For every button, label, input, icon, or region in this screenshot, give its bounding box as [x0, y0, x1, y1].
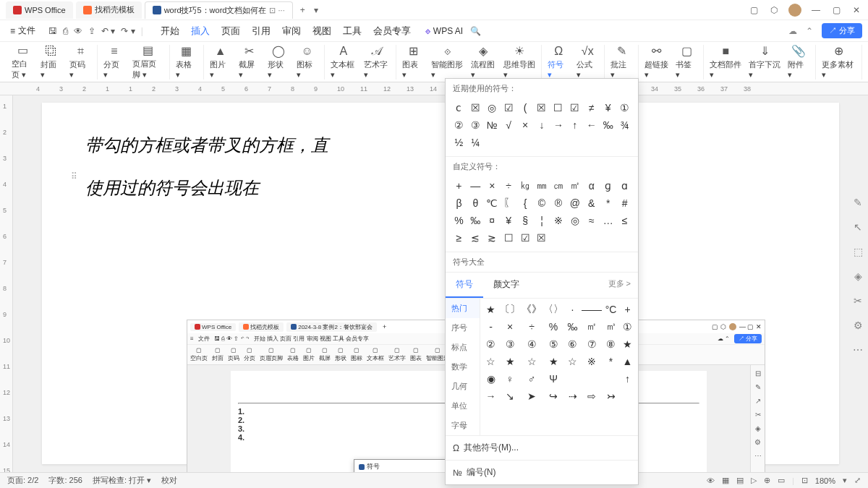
ribbon-图标[interactable]: ☺图标 ▾ [297, 45, 318, 80]
menu-tab-review[interactable]: 审阅 [282, 25, 301, 38]
status-words[interactable]: 字数: 256 [48, 475, 82, 486]
cat-symbol-cell[interactable]: ① [620, 319, 635, 335]
cat-symbol-cell[interactable]: ÷ [522, 319, 542, 335]
cat-symbol-cell[interactable]: · [565, 301, 580, 317]
numbering-menu[interactable]: №编号(N) [446, 460, 638, 484]
status-layout1-icon[interactable]: ▦ [722, 476, 729, 485]
custom-symbol-cell[interactable]: ※ [550, 213, 566, 228]
document-text[interactable]: 带勾的方框或者带叉的方框，直 乍一次后， 使用过的符号会出现在 [85, 124, 796, 209]
menu-tab-start[interactable]: 开始 [161, 25, 179, 38]
ribbon-艺术字[interactable]: 𝒜艺术字 ▾ [364, 45, 390, 80]
menu-tab-tools[interactable]: 工具 [343, 25, 362, 38]
status-play-icon[interactable]: ▷ [751, 476, 757, 485]
cat-symbol-cell[interactable]: ③ [500, 336, 520, 352]
share-button[interactable]: ↗ 分享 [822, 23, 862, 38]
cat-symbol-cell[interactable]: × [500, 319, 520, 335]
recent-symbol-cell[interactable]: √ [501, 117, 516, 133]
cat-symbol-cell[interactable]: ㎥ [603, 319, 618, 335]
cat-symbol-cell[interactable]: ② [483, 336, 498, 352]
ribbon-表格[interactable]: ▦表格 ▾ [176, 45, 197, 80]
ribbon-文档部件[interactable]: ■文档部件 ▾ [710, 45, 741, 80]
custom-symbol-cell[interactable]: β [451, 195, 467, 211]
quick-save-icon[interactable]: 🖫 [48, 26, 57, 36]
cat-symbol-cell[interactable]: ⇢ [565, 388, 580, 404]
recent-symbol-cell[interactable]: × [518, 117, 533, 133]
ruler-horizontal[interactable]: 4321123456789101112131415163435363738 [0, 82, 868, 95]
status-globe-icon[interactable]: ⊕ [764, 476, 770, 485]
custom-symbol-cell[interactable]: ≳ [485, 230, 500, 246]
rail-pen-icon[interactable]: ✎ [854, 197, 862, 208]
recent-symbol-cell[interactable]: ¼ [468, 134, 483, 150]
status-page[interactable]: 页面: 2/2 [7, 475, 38, 486]
symbol-cat-单位[interactable]: 单位 [446, 396, 480, 416]
recent-symbol-cell[interactable]: ☐ [550, 100, 566, 116]
cat-symbol-cell[interactable]: * [603, 354, 618, 369]
recent-symbol-cell[interactable]: ③ [468, 117, 483, 133]
symbol-cat-数学[interactable]: 数学 [446, 357, 480, 377]
cat-symbol-cell[interactable]: ▲ [620, 354, 635, 369]
custom-symbol-cell[interactable]: # [617, 195, 632, 211]
page-view[interactable]: ⠿ 带勾的方框或者带叉的方框，直 乍一次后， 使用过的符号会出现在 WPS Of… [13, 95, 868, 472]
ribbon-批注[interactable]: ✎批注 ▾ [610, 45, 632, 80]
recent-symbol-cell[interactable]: ↓ [535, 117, 550, 133]
custom-symbol-cell[interactable]: θ [468, 195, 483, 211]
cat-symbol-cell[interactable]: ⑦ [582, 336, 602, 352]
rail-select-icon[interactable]: ⬚ [854, 246, 863, 257]
cat-symbol-cell[interactable]: ★ [483, 301, 498, 317]
status-book-icon[interactable]: ▭ [778, 476, 785, 485]
cat-symbol-cell[interactable] [565, 406, 580, 421]
ribbon-形状[interactable]: ◯形状 ▾ [268, 45, 289, 80]
tab-dropdown[interactable]: ▾ [310, 5, 323, 15]
cat-symbol-cell[interactable]: ※ [582, 354, 602, 369]
cat-symbol-cell[interactable]: ⑤ [543, 336, 563, 352]
drag-handle-icon[interactable]: ⠿ [71, 171, 77, 181]
custom-symbol-cell[interactable]: ¥ [501, 213, 516, 228]
cat-symbol-cell[interactable]: ↪ [543, 388, 563, 404]
cat-symbol-cell[interactable]: 〈〉 [543, 301, 563, 317]
cat-symbol-cell[interactable]: ♂ [522, 371, 542, 387]
cat-symbol-cell[interactable]: + [620, 301, 635, 317]
rail-cursor-icon[interactable]: ↖ [854, 221, 862, 233]
cat-symbol-cell[interactable] [565, 371, 580, 387]
ribbon-符号[interactable]: Ω符号 ▾ [548, 45, 569, 80]
cat-symbol-cell[interactable]: ↑ [620, 371, 635, 387]
recent-symbol-cell[interactable]: ① [617, 100, 632, 116]
custom-symbol-cell[interactable]: © [535, 195, 550, 211]
custom-symbol-cell[interactable]: ¤ [485, 213, 500, 228]
cat-symbol-cell[interactable] [582, 371, 602, 387]
cat-symbol-cell[interactable]: ㎡ [582, 319, 602, 335]
recent-symbol-cell[interactable]: ‰ [600, 117, 616, 133]
recent-symbol-cell[interactable]: № [485, 117, 500, 133]
custom-symbol-cell[interactable]: … [600, 213, 616, 228]
status-fit-icon[interactable]: ⊡ [801, 476, 808, 485]
custom-symbol-cell[interactable]: 〖 [501, 195, 516, 211]
maximize-button[interactable]: ▢ [830, 4, 842, 16]
symbol-cat-tab-emoji[interactable]: 颜文字 [483, 273, 529, 298]
cat-symbol-cell[interactable] [500, 406, 520, 421]
status-proof[interactable]: 校对 [161, 475, 177, 486]
cat-symbol-cell[interactable]: - [483, 319, 498, 335]
custom-symbol-cell[interactable]: ɑ [617, 178, 632, 194]
cat-symbol-cell[interactable]: ⑧ [603, 336, 618, 352]
custom-symbol-cell[interactable]: — [468, 178, 483, 194]
custom-symbol-cell[interactable]: ☑ [518, 230, 533, 246]
cat-symbol-cell[interactable] [522, 406, 542, 421]
cat-symbol-cell[interactable] [582, 406, 602, 421]
ribbon-封面[interactable]: ⿻封面 ▾ [41, 45, 62, 80]
custom-symbol-cell[interactable]: ® [550, 195, 566, 211]
rail-more-icon[interactable]: ⋯ [853, 344, 863, 356]
ribbon-首字下沉[interactable]: ⇓首字下沉 ▾ [749, 45, 780, 80]
recent-symbol-cell[interactable]: ( [518, 100, 533, 116]
cat-symbol-cell[interactable]: 〔〕 [500, 301, 520, 317]
recent-symbol-cell[interactable]: ☑ [501, 100, 516, 116]
ribbon-截屏[interactable]: ✂截屏 ▾ [239, 45, 260, 80]
zoom-level[interactable]: 180% [815, 476, 835, 485]
cat-symbol-cell[interactable]: ★ [620, 336, 635, 352]
menu-tab-insert[interactable]: 插入 [191, 25, 210, 38]
recent-symbol-cell[interactable]: ◎ [485, 100, 500, 116]
quick-undo-icon[interactable]: ↶ ▾ [101, 26, 115, 36]
cat-symbol-cell[interactable]: Ψ [543, 371, 563, 387]
recent-symbol-cell[interactable]: ϲ [451, 100, 467, 116]
symbol-cat-几何[interactable]: 几何 [446, 377, 480, 396]
ribbon-空白页[interactable]: ▭空白页 ▾ [12, 44, 33, 80]
